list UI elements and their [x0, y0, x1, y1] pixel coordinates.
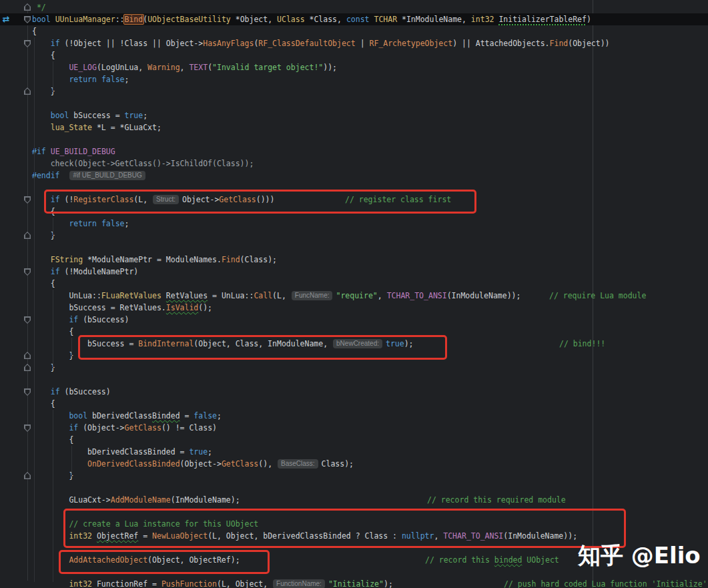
code-area[interactable]: */bool UUnLuaManager::Bind(UObjectBaseUt… — [0, 1, 708, 588]
code-line[interactable] — [0, 133, 708, 145]
code-text: } — [32, 363, 55, 372]
fold-collapse-marker[interactable] — [24, 424, 31, 432]
code-token: if — [51, 267, 60, 276]
code-token: RF_ClassDefaultObject — [258, 39, 355, 48]
code-line[interactable] — [0, 482, 708, 494]
code-token — [32, 63, 69, 72]
fold-collapse-marker[interactable] — [24, 316, 31, 324]
code-token: ; — [217, 411, 222, 420]
code-line[interactable]: OnDerivedClassBinded(Object->GetClass(),… — [0, 458, 708, 470]
inlay-hint: FuncName: — [292, 291, 333, 300]
fold-end-marker[interactable] — [24, 3, 31, 11]
code-line[interactable]: } — [0, 230, 708, 242]
code-token: (InModuleName); — [171, 495, 240, 505]
fold-collapse-marker[interactable] — [24, 268, 31, 276]
code-token: (), — [258, 459, 277, 469]
code-token: // require Lua module — [549, 291, 646, 300]
code-line[interactable] — [0, 374, 708, 386]
code-token: FString — [51, 255, 83, 264]
code-text: { — [32, 279, 55, 288]
code-line[interactable]: lua_State *L = *GLuaCxt; — [0, 121, 708, 133]
code-line[interactable]: if (bSuccess) — [0, 386, 708, 398]
code-token — [32, 39, 51, 48]
code-line[interactable]: { — [0, 398, 708, 410]
trailing-comment: // bind!!! — [559, 338, 605, 350]
code-line[interactable] — [0, 242, 708, 254]
code-token: if — [51, 39, 60, 48]
code-line[interactable]: #if UE_BUILD_DEBUG — [0, 145, 708, 158]
code-token: true — [189, 447, 208, 457]
code-token — [97, 75, 101, 84]
code-line[interactable]: } — [0, 470, 708, 482]
code-line[interactable]: if (!ModuleNamePtr) — [0, 266, 708, 278]
code-token: GLuaCxt-> — [32, 495, 111, 505]
code-token: UnLua:: — [32, 291, 101, 300]
code-line[interactable]: } — [0, 362, 708, 374]
code-line[interactable]: if (!Object || !Class || Object->HasAnyF… — [0, 37, 708, 49]
code-text: UnLua::FLuaRetValues RetValues = UnLua::… — [32, 291, 520, 300]
code-token: bDerivedClassBinded = — [32, 447, 189, 457]
code-token: InitializerTableRef — [498, 15, 587, 24]
code-token: FunctionRef = — [92, 579, 161, 588]
code-text: #if UE_BUILD_DEBUG — [32, 147, 115, 156]
code-token: // record this required module — [427, 495, 566, 505]
code-line[interactable]: bool UUnLuaManager::Bind(UObjectBaseUtil… — [0, 13, 708, 25]
code-token — [32, 579, 69, 588]
inlay-hint: FunctionName: — [273, 579, 325, 588]
code-token: false — [101, 75, 125, 84]
fold-collapse-marker[interactable] — [24, 196, 31, 204]
fold-end-marker[interactable] — [24, 352, 31, 359]
code-token — [46, 147, 51, 156]
fold-end-marker[interactable] — [24, 364, 31, 371]
code-line[interactable]: bSuccess = RetValues.IsValid(); — [0, 302, 708, 314]
code-editor[interactable]: */bool UUnLuaManager::Bind(UObjectBaseUt… — [0, 0, 708, 588]
code-token: int32 — [69, 579, 92, 588]
code-token: *Class, — [305, 15, 346, 24]
code-text: #endif #if UE_BUILD_DEBUG — [32, 171, 149, 180]
code-line[interactable]: } — [0, 85, 708, 97]
code-line[interactable]: #endif #if UE_BUILD_DEBUG — [0, 170, 708, 182]
indent-guide — [53, 410, 53, 582]
code-line[interactable]: return false; — [0, 218, 708, 230]
fold-collapse-marker[interactable] — [24, 40, 31, 47]
code-line[interactable]: FString *ModuleNamePtr = ModuleNames.Fin… — [0, 254, 708, 266]
code-line[interactable]: { — [0, 49, 708, 61]
code-line[interactable]: if (Object->GetClass() != Class) — [0, 422, 708, 434]
code-line[interactable] — [0, 97, 708, 109]
code-token: bSuccess = — [69, 111, 124, 120]
code-token: TEXT — [189, 63, 208, 72]
code-token: Class); — [322, 459, 354, 469]
fold-end-marker[interactable] — [24, 87, 31, 95]
code-line[interactable]: bDerivedClassBinded = true; — [0, 446, 708, 458]
code-line[interactable]: UE_LOG(LogUnLua, Warning, TEXT("Invalid … — [0, 61, 708, 73]
code-line[interactable]: check(Object->GetClass()->IsChildOf(Clas… — [0, 158, 708, 170]
code-line[interactable]: { — [0, 25, 708, 37]
code-token: (bSuccess) — [78, 315, 129, 324]
code-line[interactable]: bool bDerivedClassBinded = false; — [0, 410, 708, 422]
code-line[interactable]: { — [0, 434, 708, 446]
fold-end-marker[interactable] — [24, 232, 31, 239]
code-line[interactable]: UnLua::FLuaRetValues RetValues = UnLua::… — [0, 290, 708, 302]
code-token: ; — [125, 219, 129, 228]
code-line[interactable]: if (bSuccess) — [0, 314, 708, 326]
red-highlight-box — [59, 550, 270, 574]
fold-collapse-marker[interactable] — [24, 16, 31, 23]
code-line[interactable]: bool bSuccess = true; — [0, 109, 708, 121]
code-line[interactable]: GLuaCxt->AddModuleName(InModuleName);// … — [0, 494, 708, 506]
code-token: ) — [587, 15, 591, 24]
swap-arrows-icon[interactable]: ⇄ — [1, 14, 11, 25]
code-token: (LogUnLua, — [97, 63, 147, 72]
code-line[interactable]: int32 FunctionRef = PushFunction(L, Obje… — [0, 578, 708, 588]
trailing-comment: // push hard coded Lua function 'Initial… — [504, 578, 707, 588]
code-line[interactable]: return false; — [0, 73, 708, 85]
code-token: Binded — [152, 411, 180, 420]
trailing-comment: // record this required module — [427, 494, 566, 506]
fold-end-marker[interactable] — [24, 472, 31, 479]
code-text: if (Object->GetClass() != Class) — [32, 423, 217, 432]
code-token: return — [69, 75, 97, 84]
code-line[interactable]: { — [0, 278, 708, 290]
fold-collapse-marker[interactable] — [24, 388, 31, 396]
code-line[interactable]: */ — [0, 1, 708, 13]
code-text: { — [32, 27, 37, 36]
code-token: UE_BUILD_DEBUG — [51, 147, 115, 156]
